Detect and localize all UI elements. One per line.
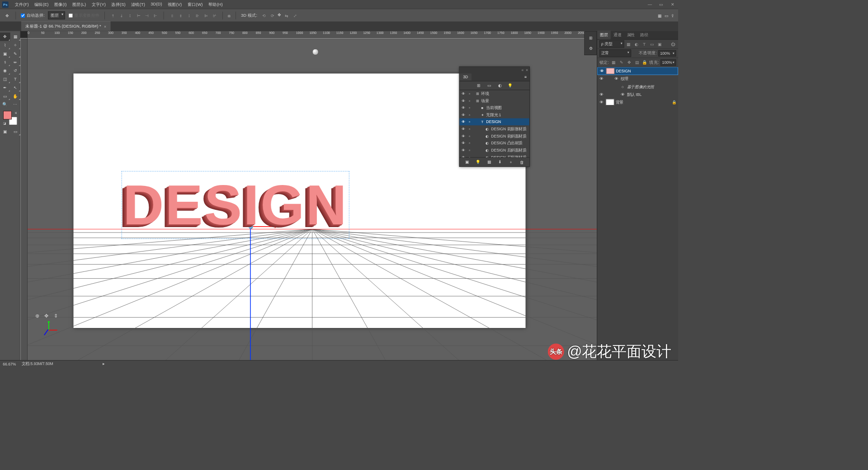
close-button[interactable]: ✕ bbox=[667, 0, 678, 9]
3d-axis-widget[interactable] bbox=[40, 321, 57, 339]
3d-camera-icon[interactable]: ▦ bbox=[486, 160, 492, 164]
menu-image[interactable]: 图像(I) bbox=[52, 0, 70, 9]
dist-top-icon[interactable]: ⫴ bbox=[169, 12, 175, 19]
show-transform-checkbox[interactable] bbox=[69, 13, 73, 17]
crop-tool[interactable]: ▣ bbox=[0, 49, 10, 58]
3d-scale-icon[interactable]: ⇕ bbox=[52, 313, 60, 320]
screenmode-tool[interactable]: ▭ bbox=[10, 127, 21, 136]
menu-select[interactable]: 选择(S) bbox=[108, 0, 128, 9]
pen-tool[interactable]: ✒ bbox=[0, 83, 10, 92]
document-tab[interactable]: 未标题-1 @ 66.7% (DESIGN, RGB/8#) * × bbox=[21, 21, 110, 31]
3d-scene-item[interactable]: 👁▫■当前视图 bbox=[459, 104, 529, 111]
auto-select-target[interactable]: 图层 bbox=[48, 11, 66, 19]
auto-select-check[interactable]: 自动选择: bbox=[21, 12, 45, 18]
quickmask-tool[interactable]: ▣ bbox=[0, 127, 10, 136]
3d-home-icon[interactable]: ⊕ bbox=[34, 313, 41, 320]
dist-left-icon[interactable]: ⊪ bbox=[194, 12, 201, 19]
3d-scene-item[interactable]: 👁▫◐DESIGN 前膨胀材质 bbox=[459, 125, 529, 133]
layer-row[interactable]: ○基于图像的光照 bbox=[597, 83, 678, 90]
menu-window[interactable]: 窗口(W) bbox=[184, 0, 205, 9]
menu-file[interactable]: 文件(F) bbox=[12, 0, 32, 9]
3d-render-icon[interactable]: ▣ bbox=[464, 160, 470, 164]
3d-move-icon[interactable]: ✥ bbox=[43, 313, 50, 320]
filter-adjust-icon[interactable]: ◐ bbox=[633, 41, 640, 47]
tab-layers[interactable]: 图层 bbox=[597, 30, 611, 39]
lock-paint-icon[interactable]: ✎ bbox=[618, 59, 624, 66]
fill-select[interactable]: 100% bbox=[660, 59, 676, 66]
blend-mode-select[interactable]: 正常 bbox=[599, 49, 631, 57]
collapsed-history-icon[interactable]: ⊞ bbox=[585, 33, 597, 43]
lock-trans-icon[interactable]: ▦ bbox=[610, 59, 617, 66]
3d-scene-item[interactable]: 👁▫⊞环境 bbox=[459, 90, 529, 97]
align-top-icon[interactable]: ⫯ bbox=[110, 12, 116, 19]
3d-orbit-icon[interactable]: ⟲ bbox=[261, 12, 267, 19]
3d-zoom-icon[interactable]: ⤢ bbox=[292, 12, 298, 19]
auto-select-checkbox[interactable] bbox=[21, 13, 25, 17]
layer-filter-select[interactable]: ρ 类型 bbox=[599, 40, 624, 47]
default-colors-icon[interactable]: ◪ bbox=[3, 122, 6, 125]
edit-toolbar[interactable]: ⋯ bbox=[10, 100, 21, 109]
minimize-button[interactable]: — bbox=[644, 0, 656, 9]
3d-scene-item[interactable]: 👁▫TDESIGN bbox=[459, 119, 529, 126]
stamp-tool[interactable]: ◉ bbox=[0, 66, 10, 75]
zoom-status[interactable]: 66.67% bbox=[3, 362, 16, 366]
3d-scene-item[interactable]: 👁▫◐DESIGN 前斜面材质 bbox=[459, 133, 529, 140]
dist-hcenter-icon[interactable]: ⊫ bbox=[203, 12, 209, 19]
3d-scene-item[interactable]: 👁▫◐DESIGN 后斜面材质 bbox=[459, 147, 529, 154]
menu-type[interactable]: 文字(Y) bbox=[89, 0, 108, 9]
type-tool[interactable]: T bbox=[10, 75, 21, 84]
dist-bottom-icon[interactable]: ⫶ bbox=[186, 12, 192, 19]
swap-colors-icon[interactable]: ⤭ bbox=[14, 111, 17, 114]
healing-tool[interactable]: ⚕ bbox=[0, 58, 10, 66]
menu-layer[interactable]: 图层(L) bbox=[70, 0, 89, 9]
path-select-tool[interactable]: ↖ bbox=[10, 83, 21, 92]
filter-pixel-icon[interactable]: ▦ bbox=[626, 41, 632, 47]
align-vcenter-icon[interactable]: ⫰ bbox=[118, 12, 125, 19]
foreground-color[interactable] bbox=[3, 111, 12, 119]
3d-light-icon[interactable]: 💡 bbox=[475, 160, 481, 164]
doc-status[interactable]: 文档:5.93M/7.50M bbox=[22, 361, 53, 366]
menu-edit[interactable]: 编辑(E) bbox=[32, 0, 52, 9]
rect-tool[interactable]: ▭ bbox=[0, 92, 10, 100]
3d-scene-item[interactable]: 👁▫✦无限光 1 bbox=[459, 111, 529, 119]
3d-filter-light-icon[interactable]: 💡 bbox=[507, 82, 514, 89]
3d-scene-item[interactable]: 👁▫◐DESIGN 后膨胀材质 bbox=[459, 154, 529, 157]
maximize-button[interactable]: ▭ bbox=[656, 0, 667, 9]
artboard-tool[interactable]: ▦ bbox=[10, 33, 21, 41]
hand-tool[interactable]: ✋ bbox=[10, 92, 21, 100]
tab-properties[interactable]: 属性 bbox=[624, 30, 637, 39]
layer-row[interactable]: 👁👁纹理 bbox=[597, 75, 678, 83]
3d-plane-icon[interactable]: ⬇ bbox=[497, 160, 503, 164]
layer-row[interactable]: 👁DESIGN bbox=[597, 67, 678, 75]
eraser-tool[interactable]: ◫ bbox=[0, 75, 10, 84]
3d-text-object[interactable]: DESIGN bbox=[123, 172, 348, 237]
screen-mode-icon[interactable]: ▭ bbox=[665, 13, 669, 18]
menu-help[interactable]: 帮助(H) bbox=[206, 0, 226, 9]
show-transform-check[interactable]: 显示变换控件 bbox=[69, 12, 100, 18]
3d-panel-menu-icon[interactable]: ≡ bbox=[522, 74, 530, 81]
menu-view[interactable]: 视图(V) bbox=[165, 0, 185, 9]
dist-vcenter-icon[interactable]: ⫵ bbox=[177, 12, 184, 19]
align-right-icon[interactable]: ⊩ bbox=[152, 12, 159, 19]
lock-all-icon[interactable]: 🔒 bbox=[642, 59, 648, 66]
dist-right-icon[interactable]: ⊬ bbox=[211, 12, 217, 19]
tab-channels[interactable]: 通道 bbox=[611, 30, 624, 39]
3d-roll-icon[interactable]: ⟳ bbox=[269, 12, 276, 19]
magic-wand-tool[interactable]: ✧ bbox=[10, 41, 21, 50]
tab-paths[interactable]: 路径 bbox=[637, 30, 651, 39]
3d-light-widget[interactable] bbox=[312, 49, 319, 55]
align-hcenter-icon[interactable]: ⊣ bbox=[144, 12, 150, 19]
filter-shape-icon[interactable]: ▭ bbox=[649, 41, 655, 47]
3d-panel-tab[interactable]: 3D bbox=[459, 74, 472, 81]
3d-pan-icon[interactable]: ✥ bbox=[278, 12, 281, 19]
lasso-tool[interactable]: ⌇ bbox=[0, 41, 10, 50]
3d-slide-icon[interactable]: ⇆ bbox=[283, 12, 290, 19]
move-tool[interactable]: ✥ bbox=[0, 33, 10, 41]
eyedropper-tool[interactable]: ✎ bbox=[10, 49, 21, 58]
3d-scene-item[interactable]: 👁▫⊞场景 bbox=[459, 97, 529, 104]
filter-smart-icon[interactable]: ▣ bbox=[656, 41, 663, 47]
arrange-icon[interactable]: ▦ bbox=[658, 13, 662, 18]
collapsed-properties-icon[interactable]: ⚙ bbox=[585, 43, 597, 53]
brush-tool[interactable]: ✏ bbox=[10, 58, 21, 66]
3d-panel-collapse-icon[interactable]: « bbox=[521, 68, 524, 72]
